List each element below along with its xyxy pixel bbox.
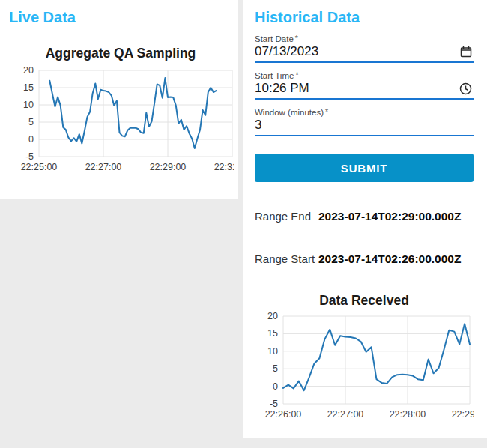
required-marker: *: [295, 34, 298, 43]
svg-text:22:31:00: 22:31:00: [214, 162, 234, 172]
start-time-input-row[interactable]: [255, 80, 474, 100]
svg-text:-5: -5: [25, 151, 34, 162]
received-chart: 20151050-522:26:0022:27:0022:28:0022:29:…: [255, 310, 474, 424]
historical-data-heading: Historical Data: [255, 9, 474, 26]
svg-text:22:26:00: 22:26:00: [265, 409, 302, 420]
window-minutes-input-row[interactable]: [255, 117, 474, 136]
window-minutes-field: Window (minutes)*: [255, 107, 474, 136]
live-chart: 20151050-522:25:0022:27:0022:29:0022:31:…: [9, 64, 234, 177]
svg-text:10: 10: [267, 346, 278, 357]
live-data-panel: Live Data Aggregate QA Sampling 20151050…: [0, 0, 238, 448]
window-minutes-input[interactable]: [255, 118, 472, 133]
svg-text:15: 15: [23, 82, 34, 93]
clock-icon[interactable]: [459, 82, 472, 95]
required-marker: *: [295, 70, 298, 79]
svg-text:10: 10: [23, 100, 34, 110]
range-start-label: Range Start: [255, 252, 318, 265]
start-date-label: Start Date*: [255, 34, 474, 43]
range-start-value: 2023-07-14T02:26:00.000Z: [318, 252, 461, 266]
start-date-input-row[interactable]: [255, 43, 474, 63]
required-marker: *: [325, 107, 328, 116]
start-date-input[interactable]: [255, 44, 460, 59]
svg-text:22:25:00: 22:25:00: [21, 162, 58, 172]
window-minutes-label: Window (minutes)*: [255, 107, 474, 117]
svg-text:22:29:00: 22:29:00: [150, 162, 187, 172]
historical-data-panel: Historical Data Start Date* Start Time*: [244, 0, 487, 438]
svg-text:15: 15: [267, 328, 278, 339]
svg-text:0: 0: [273, 381, 278, 392]
svg-text:22:29:00: 22:29:00: [452, 409, 474, 420]
svg-text:22:28:00: 22:28:00: [390, 409, 426, 420]
start-time-input[interactable]: [255, 81, 459, 96]
start-time-field: Start Time*: [255, 70, 474, 100]
range-end-value: 2023-07-14T02:29:00.000Z: [318, 210, 461, 223]
live-data-card: Live Data Aggregate QA Sampling 20151050…: [0, 0, 238, 199]
svg-text:-5: -5: [270, 399, 278, 409]
submit-button[interactable]: SUBMIT: [255, 154, 474, 182]
live-data-heading: Live Data: [9, 9, 232, 26]
svg-text:22:27:00: 22:27:00: [327, 409, 364, 420]
start-date-field: Start Date*: [255, 34, 474, 63]
calendar-icon[interactable]: [460, 46, 472, 58]
range-end-label: Range End: [255, 210, 318, 223]
svg-text:20: 20: [23, 65, 34, 76]
live-chart-title: Aggregate QA Sampling: [9, 46, 232, 61]
received-chart-title: Data Received: [255, 293, 474, 309]
svg-text:20: 20: [267, 311, 278, 321]
range-start-row: Range Start 2023-07-14T02:26:00.000Z: [255, 252, 474, 266]
start-time-label: Start Time*: [255, 70, 474, 80]
svg-text:0: 0: [28, 134, 34, 145]
svg-text:5: 5: [28, 117, 34, 127]
range-end-row: Range End 2023-07-14T02:29:00.000Z: [255, 210, 474, 223]
svg-text:5: 5: [273, 363, 278, 374]
svg-text:22:27:00: 22:27:00: [85, 162, 122, 172]
